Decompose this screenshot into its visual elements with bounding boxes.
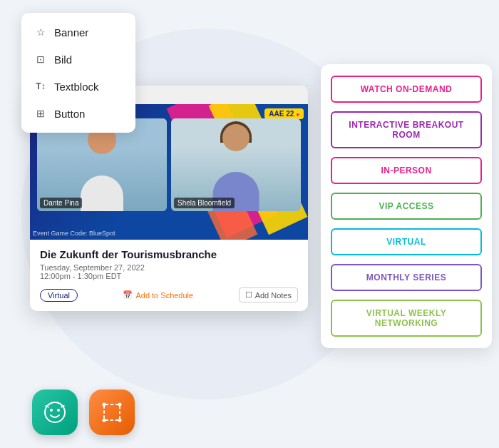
grid-icon: ⊞ <box>34 107 47 120</box>
image-icon: ⊡ <box>34 53 47 66</box>
event-actions: Virtual 📅 Add to Schedule ☐ Add Notes <box>40 287 298 302</box>
dropdown-item-textblock[interactable]: T↕ Textblock <box>21 73 135 100</box>
btn-monthly-series[interactable]: MONTHLY SERIES <box>331 264 482 291</box>
female-head <box>222 124 250 151</box>
dropdown-item-bild[interactable]: ⊡ Bild <box>21 46 135 73</box>
dropdown-label-banner: Banner <box>54 26 88 39</box>
svg-point-5 <box>118 403 122 407</box>
session-panel: WATCH ON-DEMAND INTERACTIVE BREAKOUT ROO… <box>321 64 492 348</box>
virtual-badge[interactable]: Virtual <box>40 289 78 302</box>
btn-vip-access[interactable]: VIP ACCESS <box>331 193 482 220</box>
svg-point-4 <box>103 403 106 407</box>
participant-label-1: Dante Pina <box>40 198 82 208</box>
svg-rect-3 <box>104 404 120 420</box>
event-date: Tuesday, September 27, 2022 12:00pm - 1:… <box>40 263 298 280</box>
btn-interactive-breakout-room[interactable]: INTERACTIVE BREAKOUT ROOM <box>331 111 482 148</box>
svg-point-2 <box>57 409 60 412</box>
star-icon: ☆ <box>34 26 47 39</box>
btn-virtual[interactable]: VIRTUAL <box>331 228 482 255</box>
frame-icon <box>100 400 124 424</box>
game-code: Event Game Code: BlueSpot <box>33 230 115 237</box>
add-notes-button[interactable]: ☐ Add Notes <box>239 287 298 302</box>
emoji-icon <box>43 400 67 424</box>
add-schedule-button[interactable]: 📅 Add to Schedule <box>123 290 193 300</box>
btn-in-person[interactable]: IN-PERSON <box>331 157 482 184</box>
bottom-icons <box>32 390 135 435</box>
aae-badge: AAE 22 ● <box>264 108 304 119</box>
dropdown-item-banner[interactable]: ☆ Banner <box>21 19 135 46</box>
male-shirt <box>81 175 123 211</box>
dropdown-menu: ☆ Banner ⊡ Bild T↕ Textblock ⊞ Button <box>21 13 135 133</box>
btn-watch-on-demand[interactable]: WATCH ON-DEMAND <box>331 76 482 103</box>
participant-female: Shela Bloomfield <box>171 118 301 211</box>
dropdown-item-button[interactable]: ⊞ Button <box>21 100 135 127</box>
dropdown-label-button: Button <box>54 108 85 120</box>
svg-point-1 <box>50 409 53 412</box>
event-title: Die Zukunft der Tourismusbranche <box>40 248 298 260</box>
notes-icon: ☐ <box>245 290 252 300</box>
dropdown-label-bild: Bild <box>54 54 72 66</box>
svg-point-0 <box>45 402 65 422</box>
dropdown-label-textblock: Textblock <box>54 81 99 93</box>
text-icon: T↕ <box>34 80 47 93</box>
emoji-button[interactable] <box>32 390 78 435</box>
frame-button[interactable] <box>89 390 135 435</box>
svg-point-7 <box>118 419 122 422</box>
participant-label-2: Shela Bloomfield <box>174 198 235 208</box>
event-info: Die Zukunft der Tourismusbranche Tuesday… <box>30 240 308 311</box>
browser-content: Association of Airline Executives AAE 22… <box>30 104 308 311</box>
svg-point-6 <box>103 419 106 422</box>
calendar-icon: 📅 <box>123 290 133 300</box>
btn-virtual-weekly-networking[interactable]: VIRTUAL WEEKLY NETWORKING <box>331 300 482 337</box>
